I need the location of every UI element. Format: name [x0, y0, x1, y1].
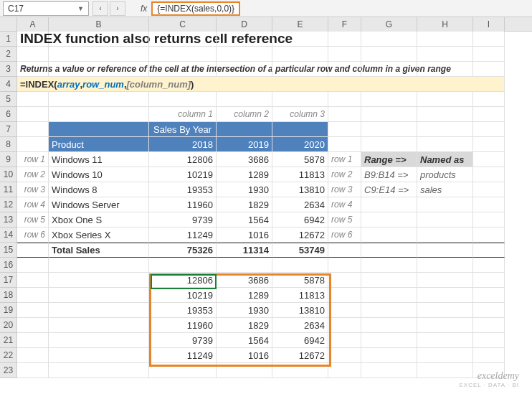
cell[interactable]: [361, 62, 417, 77]
row-header[interactable]: 12: [0, 197, 17, 212]
cell[interactable]: [328, 122, 361, 137]
cell[interactable]: [17, 273, 49, 288]
col-header[interactable]: G: [361, 17, 417, 32]
cell[interactable]: [328, 348, 361, 363]
dropdown-icon[interactable]: ▼: [77, 5, 84, 12]
cell[interactable]: [473, 47, 505, 62]
result-cell[interactable]: 1289: [217, 288, 272, 303]
cell[interactable]: [361, 273, 417, 288]
data-cell[interactable]: 19353: [149, 182, 217, 197]
cell[interactable]: [473, 333, 505, 348]
cell[interactable]: [217, 363, 272, 378]
cell[interactable]: [272, 258, 328, 273]
cell[interactable]: [361, 47, 417, 62]
cell[interactable]: [272, 47, 328, 62]
cell[interactable]: [272, 122, 328, 137]
row-header[interactable]: 6: [0, 107, 17, 122]
cell[interactable]: [17, 47, 49, 62]
cell[interactable]: [272, 62, 328, 77]
cell[interactable]: [49, 363, 149, 378]
cell[interactable]: [361, 303, 417, 318]
result-cell[interactable]: 9739: [149, 333, 217, 348]
col-header[interactable]: D: [217, 17, 272, 32]
cell[interactable]: [49, 348, 149, 363]
row-tag[interactable]: row 1: [17, 152, 49, 167]
cell[interactable]: [328, 107, 361, 122]
cell[interactable]: [328, 288, 361, 303]
cell[interactable]: [328, 62, 361, 77]
range-header[interactable]: Range =>: [361, 152, 417, 167]
row-header[interactable]: 23: [0, 363, 17, 378]
cell[interactable]: [417, 197, 473, 212]
row-header[interactable]: 18: [0, 288, 17, 303]
data-cell[interactable]: 1829: [217, 197, 272, 212]
cell[interactable]: [49, 303, 149, 318]
cell[interactable]: [417, 47, 473, 62]
col-header[interactable]: A: [17, 17, 49, 32]
cell[interactable]: [49, 122, 149, 137]
row-tag[interactable]: row 6: [328, 228, 361, 243]
increase-icon[interactable]: ›: [110, 1, 125, 16]
row-header[interactable]: 2: [0, 47, 17, 62]
cell[interactable]: [17, 333, 49, 348]
cell[interactable]: [149, 32, 217, 47]
result-cell[interactable]: 11813: [272, 288, 328, 303]
cell[interactable]: [361, 243, 417, 258]
range-header[interactable]: Named as: [417, 152, 473, 167]
fx-icon[interactable]: fx: [141, 4, 147, 14]
result-cell[interactable]: 1930: [217, 303, 272, 318]
cell[interactable]: [49, 288, 149, 303]
row-header[interactable]: 11: [0, 182, 17, 197]
cell[interactable]: [361, 333, 417, 348]
col-tag[interactable]: column 2: [217, 107, 272, 122]
row-header[interactable]: 10: [0, 167, 17, 182]
product-name[interactable]: Windows 8: [49, 182, 149, 197]
row-header[interactable]: 13: [0, 212, 17, 228]
data-cell[interactable]: 11813: [272, 167, 328, 182]
cell[interactable]: [17, 107, 49, 122]
row-tag[interactable]: row 2: [328, 167, 361, 182]
cell[interactable]: [361, 258, 417, 273]
row-tag[interactable]: row 4: [17, 197, 49, 212]
cell[interactable]: [361, 122, 417, 137]
cell[interactable]: [473, 212, 505, 228]
col-header[interactable]: H: [417, 17, 473, 32]
row-tag[interactable]: row 6: [17, 228, 49, 243]
row-tag[interactable]: row 3: [328, 182, 361, 197]
cell[interactable]: [17, 288, 49, 303]
row-header[interactable]: 20: [0, 318, 17, 333]
table-header[interactable]: Sales By Year: [149, 122, 217, 137]
cell[interactable]: [473, 288, 505, 303]
cell[interactable]: [17, 258, 49, 273]
cell[interactable]: [417, 32, 473, 47]
product-name[interactable]: Windows Server: [49, 197, 149, 212]
cell[interactable]: [149, 92, 217, 107]
cell[interactable]: [417, 243, 473, 258]
cell[interactable]: [328, 258, 361, 273]
col-header-year[interactable]: 2018: [149, 137, 217, 152]
result-cell[interactable]: 1829: [217, 318, 272, 333]
result-cell[interactable]: 1016: [217, 348, 272, 363]
cell[interactable]: 11314: [217, 243, 272, 258]
cell[interactable]: [217, 258, 272, 273]
data-cell[interactable]: 13810: [272, 182, 328, 197]
cell[interactable]: [149, 363, 217, 378]
row-header[interactable]: 16: [0, 258, 17, 273]
cell[interactable]: [361, 212, 417, 228]
cell[interactable]: [49, 333, 149, 348]
result-cell[interactable]: 6942: [272, 333, 328, 348]
cell[interactable]: [417, 137, 473, 152]
cell[interactable]: [328, 333, 361, 348]
cell[interactable]: [417, 122, 473, 137]
row-header[interactable]: 14: [0, 228, 17, 243]
data-cell[interactable]: 1016: [217, 228, 272, 243]
cell[interactable]: [49, 32, 149, 47]
cell[interactable]: [473, 318, 505, 333]
cell[interactable]: [217, 92, 272, 107]
cell[interactable]: [473, 137, 505, 152]
row-tag[interactable]: row 5: [17, 212, 49, 228]
cell[interactable]: [49, 92, 149, 107]
col-header[interactable]: C: [149, 17, 217, 32]
cell[interactable]: [361, 228, 417, 243]
range-ref[interactable]: B9:B14 =>: [361, 167, 417, 182]
